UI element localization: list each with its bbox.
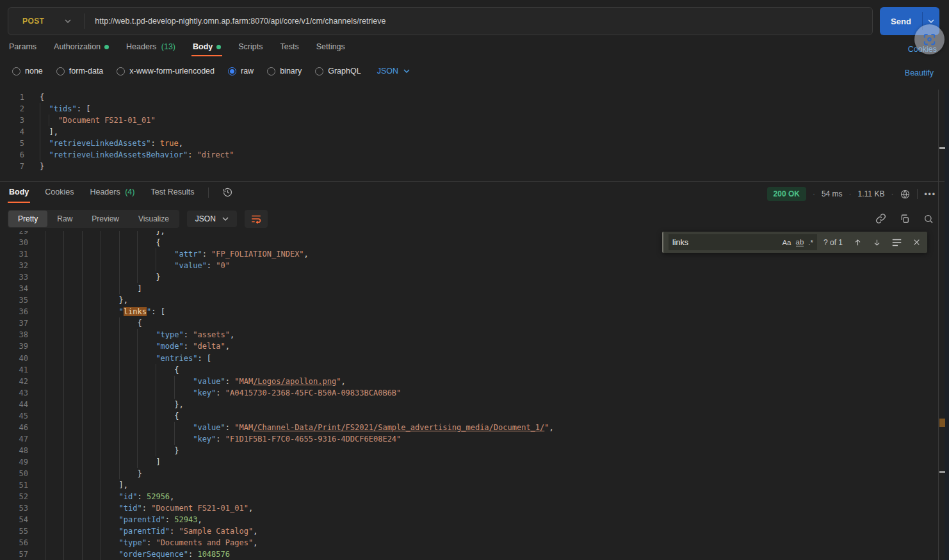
line-number: 35 (0, 294, 28, 306)
line-number: 54 (0, 514, 28, 525)
tab-headers[interactable]: Headers (13) (126, 42, 175, 59)
view-switcher: Pretty Raw Preview Visualize (8, 210, 179, 228)
match-case-toggle[interactable]: Aa (782, 239, 791, 246)
request-url-bar: POST http://web.t.pd-develop-nightly.omn… (8, 7, 873, 35)
code-line: 7} (0, 161, 935, 172)
minimap-strip (945, 90, 949, 560)
tab-tests[interactable]: Tests (280, 42, 298, 59)
close-icon[interactable] (912, 238, 921, 246)
network-globe-icon[interactable] (900, 189, 911, 200)
line-number: 51 (0, 479, 28, 491)
viewfinder-icon (922, 32, 937, 47)
radio-raw[interactable]: raw (228, 67, 254, 76)
line-number: 32 (0, 260, 28, 271)
request-body-editor[interactable]: 1{2"tids": [3"Document FS21-01_01"4],5"r… (0, 92, 935, 172)
radio-icon[interactable] (315, 67, 323, 76)
copy-icon[interactable] (900, 214, 910, 224)
radio-icon[interactable] (117, 67, 125, 76)
tab-body[interactable]: Body (193, 42, 221, 59)
code-line: 34] (0, 283, 935, 294)
send-button-label[interactable]: Send (880, 7, 922, 35)
tab-test-results[interactable]: Test Results (150, 188, 194, 204)
find-input[interactable]: links Aa ab .* (669, 234, 817, 250)
tab-settings[interactable]: Settings (316, 42, 345, 59)
code-line: 3"Document FS21-01_01" (0, 115, 935, 126)
view-pretty[interactable]: Pretty (8, 211, 47, 227)
line-number: 46 (0, 422, 28, 433)
tab-response-headers[interactable]: Headers (4) (90, 188, 134, 204)
line-number: 29 (0, 231, 28, 237)
radio-binary[interactable]: binary (267, 67, 302, 76)
view-visualize[interactable]: Visualize (129, 211, 179, 227)
line-number: 31 (0, 248, 28, 260)
tab-response-cookies[interactable]: Cookies (45, 188, 74, 204)
response-language-dropdown[interactable]: JSON (187, 211, 237, 227)
capture-lens-button[interactable] (914, 24, 945, 54)
code-line: 53"tid": "Document FS21-01_01", (0, 502, 935, 514)
radio-form-data[interactable]: form-data (56, 67, 104, 76)
radio-graphql[interactable]: GraphQL (315, 67, 361, 76)
share-link-icon[interactable] (875, 213, 886, 224)
separator-dot: · (891, 189, 893, 198)
code-line: 56"type": "Documents and Pages", (0, 537, 935, 548)
radio-none[interactable]: none (12, 67, 43, 76)
view-preview[interactable]: Preview (82, 211, 129, 227)
radio-icon[interactable] (12, 67, 20, 76)
chevron-down-icon[interactable] (65, 19, 71, 23)
line-number: 34 (0, 283, 28, 294)
divider (84, 13, 85, 29)
code-line: 47"key": "F1D1F5B1-F7C0-4655-9316-4DDCF6… (0, 433, 935, 445)
radio-selected-icon[interactable] (228, 67, 236, 76)
find-query-text[interactable]: links (672, 238, 777, 247)
previous-match-icon[interactable] (854, 238, 862, 247)
url-input[interactable]: http://web.t.pd-develop-nightly.omn.ap.f… (95, 17, 385, 26)
code-line: 40"entries": [ (0, 353, 935, 364)
code-line: 39"mode": "delta", (0, 340, 935, 352)
search-icon[interactable] (923, 214, 934, 224)
beautify-link[interactable]: Beautify (905, 68, 934, 77)
status-badge[interactable]: 200 OK (767, 187, 806, 201)
line-number: 41 (0, 364, 28, 376)
response-history-icon[interactable] (222, 187, 233, 198)
code-line: 37{ (0, 317, 935, 329)
regex-toggle[interactable]: .* (808, 239, 813, 246)
radio-icon[interactable] (267, 67, 275, 76)
code-line: 54"parentId": 52943, (0, 514, 935, 525)
active-tab-underline (8, 202, 30, 203)
divider (917, 189, 918, 199)
radio-x-www-form-urlencoded[interactable]: x-www-form-urlencoded (117, 67, 215, 76)
next-match-icon[interactable] (873, 238, 881, 247)
line-number: 43 (0, 387, 28, 399)
line-number: 48 (0, 445, 28, 456)
method-selector[interactable]: POST (22, 17, 44, 26)
wrap-lines-toggle[interactable] (245, 210, 268, 228)
tab-response-body[interactable]: Body (9, 188, 29, 204)
code-line: 46"value": "MAM/Channel-Data/Print/FS202… (0, 422, 935, 433)
line-number: 52 (0, 491, 28, 502)
code-line: 41{ (0, 364, 935, 376)
code-line: 49] (0, 456, 935, 468)
line-number: 47 (0, 433, 28, 445)
line-number: 44 (0, 399, 28, 410)
tab-scripts[interactable]: Scripts (238, 42, 263, 59)
code-line: 6"retrieveLinkedAssetsBehavior": "direct… (0, 149, 935, 161)
code-line: 36"links": [ (0, 306, 935, 317)
view-raw[interactable]: Raw (47, 211, 82, 227)
tab-params[interactable]: Params (9, 42, 36, 59)
find-actions (854, 238, 921, 247)
tab-authorization[interactable]: Authorization (54, 42, 109, 59)
more-options-icon[interactable]: ••• (924, 189, 936, 198)
response-body-viewer[interactable]: 29},30{31"attr": "FP_FOLIATION_INDEX",32… (0, 231, 935, 560)
raw-language-dropdown[interactable]: JSON (377, 67, 410, 76)
separator-dot: · (813, 189, 815, 198)
whole-word-toggle[interactable]: ab (796, 238, 804, 246)
code-line: 1{ (0, 92, 935, 103)
line-number: 53 (0, 502, 28, 514)
api-client-window: POST http://web.t.pd-develop-nightly.omn… (0, 0, 949, 560)
line-number: 3 (0, 115, 24, 126)
find-in-selection-icon[interactable] (892, 239, 902, 246)
line-number: 2 (0, 103, 24, 115)
overview-ruler[interactable] (938, 90, 945, 560)
code-line: 45{ (0, 410, 935, 422)
radio-icon[interactable] (56, 67, 65, 76)
